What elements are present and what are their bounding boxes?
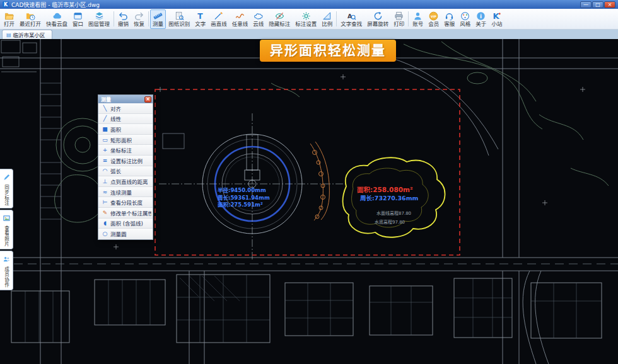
app-window: K CAD快速看图 - 临沂市某小区.dwg — □ × 打开 最近打开 快看云… [0,0,618,39]
side-member-collab-button[interactable]: 成员协作 [0,251,13,290]
toolbar-hide-annotation-button[interactable]: 隐藏标注 [266,9,293,29]
side-sync-annotation-button[interactable]: 同步标注 [0,169,13,208]
toolbar-draw-line-button[interactable]: 画直线 [208,9,230,29]
site-icon: K [492,11,501,21]
toolbar-separator [114,11,114,26]
toolbar-vip-button[interactable]: VIP 会员 [426,9,441,29]
toolbar-cloud-drive-button[interactable]: 快看云盘 [44,9,70,29]
water-surface-elevation-label: 水面线高程87.80 [376,210,411,216]
linear-icon: ╱ [102,115,108,122]
recent-open-icon [26,11,35,21]
window-icon [73,11,83,21]
measure-item-segment-length[interactable]: ⊢查看分段长度 [98,197,153,208]
drawing-tab-icon: ▤ [6,32,11,38]
measure-panel-close-icon[interactable]: × [144,96,151,103]
align-icon: ╲ [102,105,108,111]
toolbar-freehand-line-button[interactable]: 任意线 [230,9,251,29]
app-logo-icon: K [3,1,9,8]
edit-annotation-icon: ✎ [102,210,108,216]
toolbar-text-search-button[interactable]: A 文字查找 [338,9,364,29]
toolbar-site-button[interactable]: K 小站 [489,9,504,29]
measure-item-area[interactable]: ■面积 [98,124,153,135]
screen-rotate-icon [373,11,383,21]
toolbar-layers-button[interactable]: 图层管理 [86,9,112,29]
redo-icon [134,11,144,21]
svg-text:i: i [480,13,482,20]
measure-item-circle[interactable]: ○测量圆 [98,229,153,239]
continuous-measure-icon: ≈ [102,189,108,195]
customer-service-icon [445,11,454,21]
toolbar-account-button[interactable]: 账号 [410,9,426,29]
toolbar-annotation-settings-button[interactable]: 标注设置 [293,9,319,29]
toolbar-scale-button[interactable]: 比例 [319,9,335,29]
draw-line-icon [214,11,223,21]
measure-item-rect-area[interactable]: ▭矩形面积 [98,135,153,145]
toolbar-screen-rotate-button[interactable]: 屏幕旋转 [364,9,391,29]
measure-panel-title: 测量 [101,96,144,103]
set-scale-icon: ≡ [102,157,108,164]
print-icon [394,11,404,21]
circle-perimeter-label: 周长:59361.94mm [218,195,270,202]
view-photo-icon [3,212,10,224]
measure-item-linear[interactable]: ╱线性 [98,114,153,125]
toolbar-print-button[interactable]: 打印 [391,9,407,29]
close-button[interactable]: × [604,1,615,8]
text-search-icon: A [347,11,356,21]
about-icon: i [476,11,486,21]
window-title: CAD快速看图 - 临沂市某小区.dwg [11,1,578,9]
measure-item-point-to-line[interactable]: ⊥点到直线的距离 [98,176,153,187]
toolbar-window-button[interactable]: 窗口 [70,9,86,29]
toolbar-separator [336,11,337,26]
cad-canvas[interactable] [0,39,618,364]
open-icon [4,11,14,21]
toolbar-measure-button[interactable]: 测量 [150,9,166,29]
tab-bar: ▤ 临沂市某小区 [0,30,618,39]
member-collab-icon [3,253,10,265]
measure-item-continuous[interactable]: ≈连续测量 [98,187,153,198]
measure-item-coordinate[interactable]: +坐标标注 [98,145,153,156]
side-view-photo-button[interactable]: 查看照片 [0,210,13,249]
svg-text:VIP: VIP [431,14,436,18]
circle-measurement-block: 半径:9450.00mm 周长:59361.94mm 面积:275.591m² [218,187,270,209]
toolbar-text-button[interactable]: T 文字 [192,9,208,29]
canvas-area: 异形面积轻松测量 半径:9450.00mm 周长:59361.94mm 面积:2… [0,39,618,364]
toolbar-revision-cloud-button[interactable]: 云线 [250,9,266,29]
toolbar-style-button[interactable]: 风格 [457,9,473,29]
measure-item-edit-annotation[interactable]: ✎修改单个标注属性 [98,208,153,219]
circle-radius-label: 半径:9450.00mm [218,187,270,195]
maximize-button[interactable]: □ [592,1,603,8]
svg-text:K: K [493,11,500,21]
text-icon: T [195,11,205,21]
measure-item-set-scale[interactable]: ≡设置标注比例 [98,156,153,166]
layers-icon [95,11,104,21]
arc-length-icon: ◠ [102,168,108,174]
toolbar-redo-button[interactable]: 恢复 [131,9,147,29]
freehand-line-icon [235,11,245,21]
tab-drawing[interactable]: ▤ 临沂市某小区 [2,30,52,39]
promo-banner: 异形面积轻松测量 [260,40,396,62]
hide-annotation-icon [275,11,284,21]
toolbar-about-button[interactable]: i 关于 [473,9,489,29]
toolbar-separator [408,11,409,26]
measure-item-arc-length[interactable]: ◠弧长 [98,166,153,177]
toolbar-recent-open-button[interactable]: 最近打开 [17,9,44,29]
toolbar-undo-button[interactable]: 撤销 [115,9,131,29]
vip-icon: VIP [429,11,438,21]
coordinate-icon: + [102,147,108,153]
water-bottom-elevation-label: 水底高程97.80 [375,219,405,225]
tab-label: 临沂市某小区 [13,31,45,38]
point-to-line-icon: ⊥ [102,178,108,185]
measure-item-align[interactable]: ╲对齐 [98,103,153,114]
measure-circle-icon: ○ [102,230,108,237]
svg-text:T: T [197,11,203,20]
undo-icon [119,11,128,21]
area-with-arc-icon: ◖ [102,220,108,226]
pond-area-label: 面积:258.080m² [357,185,413,194]
measure-panel-header[interactable]: 测量 × [98,95,153,103]
toolbar-customer-service-button[interactable]: 客服 [441,9,457,29]
toolbar-open-button[interactable]: 打开 [1,9,17,29]
toolbar-drawing-recognize-button[interactable]: 图纸识别 [166,9,192,29]
minimize-button[interactable]: — [580,1,592,8]
toolbar-separator [148,11,149,26]
measure-item-area-with-arc[interactable]: ◖面积 (含弧线) [98,219,153,229]
